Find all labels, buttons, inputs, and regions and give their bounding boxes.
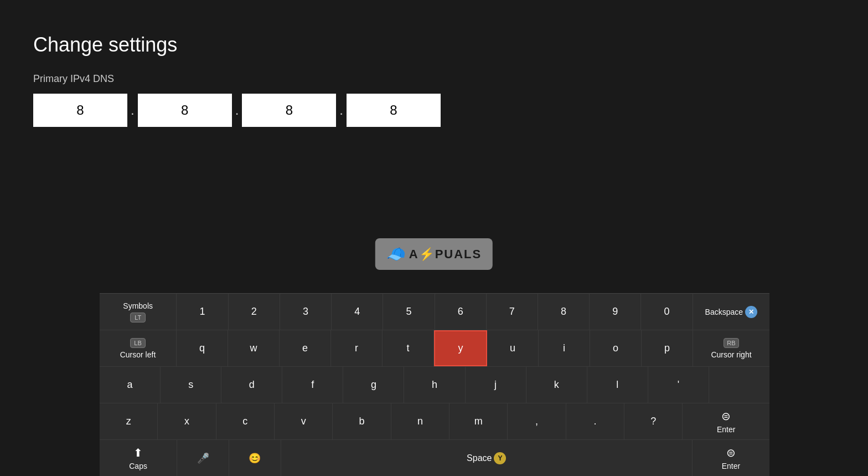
backspace-label: Backspace (705, 308, 743, 316)
key-m[interactable]: m (450, 403, 508, 439)
key-r[interactable]: r (331, 330, 383, 366)
key-question[interactable]: ? (624, 403, 683, 439)
enter-label: Enter (717, 425, 735, 434)
cursor-right-key[interactable]: RB Cursor right (693, 330, 769, 366)
key-8[interactable]: 8 (538, 294, 590, 330)
dns-field-3[interactable] (242, 94, 336, 127)
key-9[interactable]: 9 (590, 294, 641, 330)
keyboard-row-2: LB Cursor left q w e r t y u i o p RB Cu… (100, 330, 769, 367)
key-h[interactable]: h (404, 367, 465, 403)
settings-panel: Change settings Primary IPv4 DNS . . . (0, 0, 868, 149)
lb-badge: LB (130, 338, 146, 348)
keyboard-row-4: z x c v b n m , . ? ⊜ Enter (100, 403, 769, 440)
space-key[interactable]: Space Y (281, 440, 693, 476)
keyboard-row-5: ⬆ Caps 🎤 😊 Space Y ⊜ Enter (100, 440, 769, 476)
key-period[interactable]: . (566, 403, 624, 439)
dns-dot-3: . (336, 103, 347, 118)
backspace-key[interactable]: Backspace ✕ (693, 294, 769, 330)
key-apostrophe[interactable]: ' (648, 367, 709, 403)
space-label: Space (467, 453, 492, 463)
enter-bottom-icon: ⊜ (726, 446, 736, 459)
key-5[interactable]: 5 (383, 294, 435, 330)
page-title: Change settings (33, 33, 835, 57)
key-w[interactable]: w (228, 330, 280, 366)
dns-dot-2: . (232, 103, 242, 118)
emoji-key[interactable]: 😊 (229, 440, 281, 476)
caps-icon: ⬆ (133, 446, 143, 459)
dns-field-2[interactable] (138, 94, 232, 127)
key-e[interactable]: e (280, 330, 331, 366)
key-comma[interactable]: , (508, 403, 566, 439)
enter-key[interactable]: ⊜ Enter (683, 403, 769, 439)
key-b[interactable]: b (333, 403, 391, 439)
key-7[interactable]: 7 (487, 294, 538, 330)
watermark-icon: 🧢 (386, 245, 406, 263)
cursor-right-label: Cursor right (711, 350, 751, 359)
key-l[interactable]: l (587, 367, 648, 403)
key-x[interactable]: x (158, 403, 216, 439)
key-a[interactable]: a (100, 367, 161, 403)
dns-inputs: . . . (33, 94, 835, 127)
keyboard-row-3: a s d f g h j k l ' (100, 367, 769, 403)
key-1[interactable]: 1 (177, 294, 228, 330)
key-p[interactable]: p (642, 330, 693, 366)
key-4[interactable]: 4 (332, 294, 383, 330)
mic-key[interactable]: 🎤 (177, 440, 229, 476)
key-k[interactable]: k (526, 367, 587, 403)
y-button-badge: Y (494, 452, 506, 464)
caps-key[interactable]: ⬆ Caps (100, 440, 177, 476)
key-f[interactable]: f (282, 367, 343, 403)
watermark-text: A⚡PUALS (409, 247, 482, 262)
key-y[interactable]: y (434, 330, 487, 366)
key-t[interactable]: t (383, 330, 434, 366)
keyboard: Symbols LT 1 2 3 4 5 6 7 8 9 0 Backspace… (100, 293, 769, 476)
lt-badge: LT (130, 313, 146, 323)
enter-icon: ⊜ (721, 410, 731, 423)
key-c[interactable]: c (216, 403, 275, 439)
key-0[interactable]: 0 (641, 294, 693, 330)
key-n[interactable]: n (391, 403, 450, 439)
key-j[interactable]: j (466, 367, 526, 403)
watermark: 🧢 A⚡PUALS (375, 238, 493, 270)
symbols-label: Symbols (123, 301, 153, 310)
key-g[interactable]: g (343, 367, 404, 403)
key-v[interactable]: v (275, 403, 333, 439)
key-2[interactable]: 2 (229, 294, 280, 330)
key-d[interactable]: d (221, 367, 282, 403)
key-o[interactable]: o (590, 330, 642, 366)
rb-badge: RB (724, 338, 739, 348)
dns-field-4[interactable] (347, 94, 441, 127)
key-i[interactable]: i (539, 330, 590, 366)
emoji-icon: 😊 (249, 452, 261, 464)
key-z[interactable]: z (100, 403, 158, 439)
cursor-left-key[interactable]: LB Cursor left (100, 330, 177, 366)
key-u[interactable]: u (487, 330, 539, 366)
caps-label: Caps (129, 462, 147, 470)
key-6[interactable]: 6 (435, 294, 487, 330)
mic-icon: 🎤 (197, 452, 209, 464)
dns-dot-1: . (127, 103, 138, 118)
dns-label: Primary IPv4 DNS (33, 73, 835, 85)
enter-bottom-key[interactable]: ⊜ Enter (693, 440, 769, 476)
key-q[interactable]: q (177, 330, 228, 366)
symbols-key[interactable]: Symbols LT (100, 294, 177, 330)
keyboard-row-1: Symbols LT 1 2 3 4 5 6 7 8 9 0 Backspace… (100, 294, 769, 330)
backspace-badge: ✕ (745, 306, 757, 318)
key-3[interactable]: 3 (280, 294, 332, 330)
enter-bottom-label: Enter (722, 462, 740, 470)
key-empty-right3 (709, 367, 769, 403)
cursor-left-label: Cursor left (120, 350, 156, 359)
key-s[interactable]: s (161, 367, 221, 403)
dns-field-1[interactable] (33, 94, 127, 127)
